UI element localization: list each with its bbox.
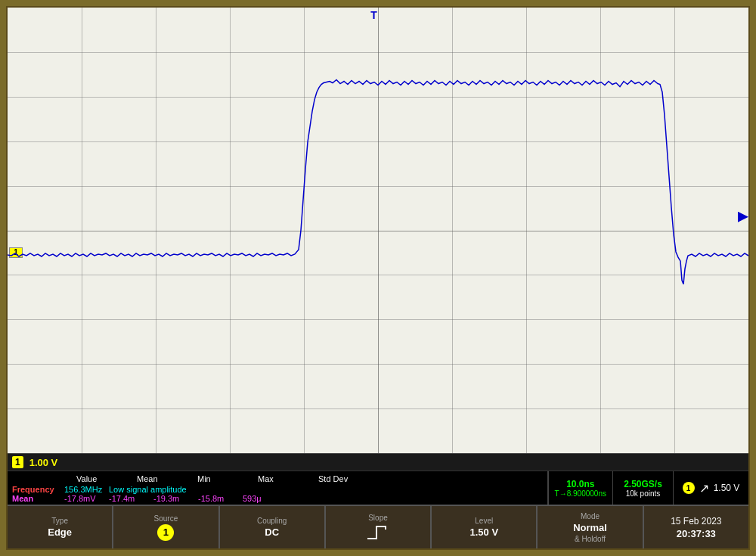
timebase-value: 10.0ns bbox=[566, 479, 594, 489]
source-button[interactable]: Source 1 bbox=[113, 506, 219, 548]
mean-min: -19.3m bbox=[153, 494, 195, 503]
type-button[interactable]: Type Edge bbox=[8, 506, 113, 548]
freq-label: Frequency bbox=[12, 485, 61, 494]
meas-col-value: Value bbox=[76, 474, 122, 483]
mean-mean: -17.4m bbox=[109, 494, 150, 503]
meas-header: Value Mean Min Max Std Dev bbox=[12, 473, 543, 485]
screen-area: T 1 1 1.00 V Value Mean bbox=[6, 6, 750, 550]
freq-row: Frequency 156.3MHz Low signal amplitude bbox=[12, 485, 543, 494]
mean-label: Mean bbox=[12, 494, 61, 503]
coupling-value: DC bbox=[265, 526, 279, 538]
source-ch-badge: 1 bbox=[157, 524, 174, 541]
waveform-svg bbox=[8, 8, 748, 453]
freq-note: Low signal amplitude bbox=[109, 485, 187, 494]
measurement-bar: Value Mean Min Max Std Dev Frequency 156… bbox=[8, 471, 748, 505]
mode-button[interactable]: Mode Normal & Holdoff bbox=[538, 506, 643, 548]
mode-value: Normal bbox=[573, 522, 607, 533]
trigger-ch-badge: 1 bbox=[683, 482, 695, 494]
sample-points: 10k points bbox=[626, 489, 661, 498]
slope-icon bbox=[364, 523, 392, 542]
display-time: 20:37:33 bbox=[677, 528, 716, 539]
trigger-slope-icon: ↗ bbox=[699, 481, 709, 495]
buttons-row: Type Edge Source 1 Coupling DC Slope Lev… bbox=[8, 505, 748, 548]
level-label: Level bbox=[475, 517, 493, 525]
slope-label: Slope bbox=[368, 514, 388, 522]
ch1-badge: 1 bbox=[12, 456, 23, 468]
type-value: Edge bbox=[48, 526, 72, 538]
freq-value: 156.3MHz bbox=[64, 485, 106, 494]
sample-rate-value: 2.50GS/s bbox=[624, 479, 662, 489]
timebase-box: 10.0ns T→8.900000ns bbox=[548, 471, 612, 505]
mode-sub: & Holdoff bbox=[575, 535, 606, 543]
mean-max: -15.8m bbox=[198, 494, 240, 503]
coupling-label: Coupling bbox=[257, 517, 287, 525]
trigger-level-value: 1.50 V bbox=[714, 483, 740, 493]
trigger-box: 1 ↗ 1.50 V bbox=[673, 471, 748, 505]
trigger-pos: T→8.900000ns bbox=[555, 489, 606, 498]
type-label: Type bbox=[51, 517, 68, 525]
meas-col-min: Min bbox=[197, 474, 243, 483]
meas-col-max: Max bbox=[258, 474, 303, 483]
mode-label: Mode bbox=[581, 512, 600, 520]
coupling-button[interactable]: Coupling DC bbox=[220, 506, 326, 548]
display-date: 15 Feb 2023 bbox=[671, 516, 721, 526]
slope-button[interactable]: Slope bbox=[326, 506, 432, 548]
meas-col-mean: Mean bbox=[137, 474, 182, 483]
oscilloscope-frame: T 1 1 1.00 V Value Mean bbox=[0, 0, 756, 556]
measurements-right: 10.0ns T→8.900000ns 2.50GS/s 10k points … bbox=[548, 471, 748, 505]
source-label: Source bbox=[154, 514, 178, 523]
level-button[interactable]: Level 1.50 V bbox=[432, 506, 538, 548]
ch1-info-bar: 1 1.00 V bbox=[8, 453, 748, 471]
measurements-left: Value Mean Min Max Std Dev Frequency 156… bbox=[8, 471, 547, 505]
sample-rate-box: 2.50GS/s 10k points bbox=[612, 471, 673, 505]
waveform-display: T 1 bbox=[8, 8, 748, 453]
mean-value: -17.8mV bbox=[64, 494, 106, 503]
level-value: 1.50 V bbox=[469, 526, 498, 538]
meas-col-stddev: Std Dev bbox=[318, 474, 364, 483]
mean-stddev: 593μ bbox=[243, 494, 284, 503]
ch1-voltage: 1.00 V bbox=[29, 457, 58, 468]
mean-row: Mean -17.8mV -17.4m -19.3m -15.8m 593μ bbox=[12, 494, 543, 503]
datetime-display: 15 Feb 2023 20:37:33 bbox=[644, 506, 748, 548]
